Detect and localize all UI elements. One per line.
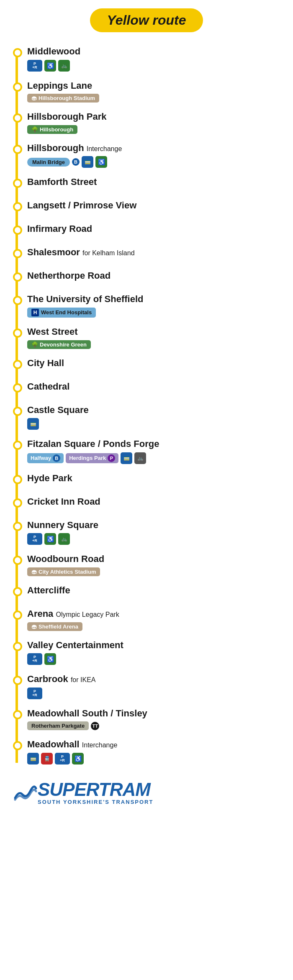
- stop-infirmary-road: Infirmary Road: [27, 221, 280, 241]
- park-ride-icon: P+R: [27, 653, 42, 665]
- stop-dot: [13, 249, 22, 258]
- stop-dot: [13, 113, 22, 123]
- stop-dot: [13, 179, 22, 188]
- stop-name-bamforth-street: Bamforth Street: [27, 174, 280, 188]
- park-ride-icon: P+R: [55, 753, 70, 765]
- park-ride-icon: P+R: [27, 60, 42, 72]
- stop-meadowhall-interchange: Meadowhall Interchange 🚃 🚆 P+R ♿: [27, 737, 280, 768]
- supertram-logo: SUPERTRAM SOUTH YORKSHIRE'S TRANSPORT: [13, 780, 153, 805]
- malin-bridge-badge: Malin Bridge: [27, 158, 70, 167]
- devonshire-green-badge: 🌳 Devonshire Green: [27, 340, 91, 349]
- stop-dot: [13, 202, 22, 211]
- accessible-icon: ♿: [44, 653, 56, 665]
- stop-west-street: West Street 🌳 Devonshire Green: [27, 324, 280, 352]
- stop-badges-meadowhall-south: Rotherham Parkgate TT: [27, 721, 280, 730]
- park-icon: 🌳: [31, 341, 38, 348]
- stop-sub-text: for Kelham Island: [82, 249, 135, 257]
- stop-dot: [13, 272, 22, 282]
- accessible-icon: ♿: [44, 533, 56, 545]
- logo-text-block: SUPERTRAM SOUTH YORKSHIRE'S TRANSPORT: [38, 780, 153, 805]
- stop-dot: [13, 441, 22, 450]
- halfway-badge: Halfway B: [27, 453, 64, 463]
- west-end-hospitals-badge: H West End Hospitals: [27, 308, 96, 318]
- stop-badges-nunnery-square: P+R ♿ 🚲: [27, 533, 280, 545]
- stop-dot: [13, 296, 22, 305]
- stop-name-infirmary-road: Infirmary Road: [27, 221, 280, 235]
- hospital-h-icon: H: [31, 309, 39, 316]
- stop-dot: [13, 710, 22, 719]
- stop-dot: [13, 522, 22, 531]
- stop-sub-text: for IKEA: [71, 676, 96, 683]
- stop-dot: [13, 226, 22, 235]
- stop-sub-text: Interchange: [82, 741, 118, 749]
- logo-tagline-text: SOUTH YORKSHIRE'S TRANSPORT: [38, 799, 153, 805]
- stop-langsett: Langsett / Primrose View: [27, 198, 280, 218]
- stop-badges-arena: 🏟 Sheffield Arena: [27, 622, 280, 631]
- stop-dot: [13, 145, 22, 154]
- stop-badges-leppings-lane: 🏟 Hillsborough Stadium: [27, 94, 280, 103]
- stop-carbrook: Carbrook for IKEA P+R: [27, 672, 280, 703]
- stop-name-shalesmoor: Shalesmoor for Kelham Island: [27, 245, 280, 259]
- stop-dot: [13, 556, 22, 565]
- page: Yellow route Middlewood P+R ♿ 🚲 Leppings…: [0, 0, 293, 818]
- stop-badges-university-sheffield: H West End Hospitals: [27, 308, 280, 318]
- stop-dot: [13, 587, 22, 596]
- stop-fitzalan-square: Fitzalan Square / Ponds Forge Halfway B …: [27, 436, 280, 467]
- stop-badges-castle-square: 🚃: [27, 418, 280, 430]
- stop-leppings-lane: Leppings Lane 🏟 Hillsborough Stadium: [27, 78, 280, 106]
- accessible-icon: ♿: [72, 753, 84, 765]
- stadium-icon: 🏟: [31, 623, 37, 630]
- stop-name-fitzalan-square: Fitzalan Square / Ponds Forge: [27, 436, 280, 450]
- stop-name-langsett: Langsett / Primrose View: [27, 198, 280, 212]
- stop-castle-square: Castle Square 🚃: [27, 403, 280, 434]
- tram-stop-icon: 🚃: [121, 452, 132, 464]
- stop-badges-middlewood: P+R ♿ 🚲: [27, 60, 280, 72]
- stop-hillsborough-park: Hillsborough Park 🌳 Hillsborough: [27, 109, 280, 137]
- stop-name-hillsborough-interchange: Hillsborough Interchange: [27, 141, 280, 154]
- stop-netherthorpe-road: Netherthorpe Road: [27, 268, 280, 288]
- stop-dot: [13, 360, 22, 369]
- stadium-icon: 🏟: [31, 569, 37, 575]
- stop-name-meadowhall-south: Meadowhall South / Tinsley: [27, 706, 280, 720]
- stop-cricket-inn-road: Cricket Inn Road: [27, 494, 280, 514]
- stop-nunnery-square: Nunnery Square P+R ♿ 🚲: [27, 518, 280, 549]
- stop-dot: [13, 328, 22, 338]
- stop-city-hall: City Hall: [27, 356, 280, 376]
- route-header: Yellow route: [0, 8, 293, 32]
- tram-line: Middlewood P+R ♿ 🚲 Leppings Lane 🏟 Hills…: [0, 44, 293, 768]
- stop-name-city-hall: City Hall: [27, 356, 280, 369]
- stop-badges-woodbourn-road: 🏟 City Athletics Stadium: [27, 567, 280, 576]
- stop-name-middlewood: Middlewood: [27, 44, 280, 58]
- stop-hillsborough-interchange: Hillsborough Interchange Malin Bridge B …: [27, 141, 280, 172]
- stop-name-attercliffe: Attercliffe: [27, 583, 280, 597]
- route-title-badge: Yellow route: [90, 8, 203, 32]
- hillsborough-badge: 🌳 Hillsborough: [27, 125, 77, 134]
- stop-name-castle-square: Castle Square: [27, 403, 280, 416]
- stop-badges-valley-centertainment: P+R ♿: [27, 653, 280, 665]
- stop-shalesmoor: Shalesmoor for Kelham Island: [27, 245, 280, 265]
- accessible-icon: ♿: [95, 156, 107, 168]
- stop-middlewood: Middlewood P+R ♿ 🚲: [27, 44, 280, 75]
- route-title: Yellow route: [107, 13, 186, 28]
- stop-hyde-park: Hyde Park: [27, 471, 280, 491]
- bus-b-icon: B: [53, 454, 60, 462]
- stop-name-woodbourn-road: Woodbourn Road: [27, 552, 280, 565]
- sheffield-arena-badge: 🏟 Sheffield Arena: [27, 622, 82, 631]
- cycle-icon: 🚲: [134, 452, 146, 464]
- stop-name-carbrook: Carbrook for IKEA: [27, 672, 280, 685]
- stop-badges-fitzalan-square: Halfway B Herdings Park P 🚃 🚲: [27, 452, 280, 464]
- stop-cathedral: Cathedral: [27, 379, 280, 399]
- stop-name-meadowhall-interchange: Meadowhall Interchange: [27, 737, 280, 751]
- stop-name-netherthorpe-road: Netherthorpe Road: [27, 268, 280, 282]
- tram-stop-icon: 🚃: [82, 156, 93, 168]
- stop-bamforth-street: Bamforth Street: [27, 174, 280, 195]
- supertram-wave-icon: [13, 782, 38, 803]
- stop-badges-west-street: 🌳 Devonshire Green: [27, 340, 280, 349]
- park-icon: 🌳: [31, 126, 38, 133]
- stop-attercliffe: Attercliffe: [27, 583, 280, 603]
- footer: SUPERTRAM SOUTH YORKSHIRE'S TRANSPORT: [0, 780, 293, 805]
- stop-dot: [13, 407, 22, 416]
- herdings-park-badge: Herdings Park P: [66, 453, 118, 463]
- cycle-icon: 🚲: [58, 533, 70, 545]
- stop-arena: Arena Olympic Legacy Park 🏟 Sheffield Ar…: [27, 606, 280, 634]
